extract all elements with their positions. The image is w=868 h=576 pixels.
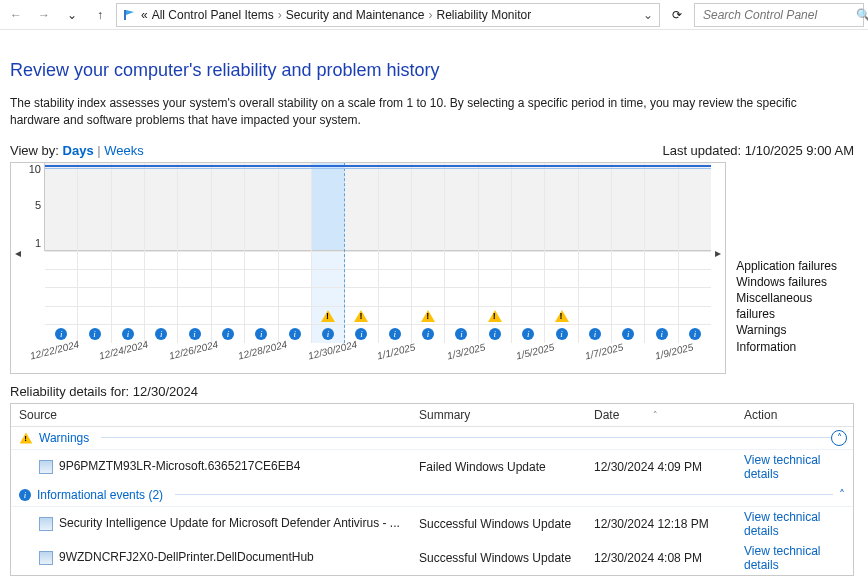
warning-icon [354,310,368,322]
row-misc-failures [679,287,711,305]
chart-day-column[interactable]: i [112,163,145,343]
chart-day-column[interactable]: i [178,163,211,343]
row-app-failures [245,251,277,269]
row-warnings [479,306,511,324]
view-by-weeks[interactable]: Weeks [104,143,144,158]
row-windows-failures [445,269,477,287]
details-title: Reliability details for: 12/30/2024 [10,384,854,399]
row-windows-failures [345,269,377,287]
search-box[interactable]: 🔍 [694,3,864,27]
row-app-failures [412,251,444,269]
chart-day-column[interactable]: i [212,163,245,343]
row-misc-failures [312,287,344,305]
app-icon [39,517,53,531]
view-technical-details-link[interactable]: View technical details [744,544,821,572]
separator: | [97,143,100,158]
col-action[interactable]: Action [744,408,845,422]
search-input[interactable] [701,7,856,23]
row-app-failures [379,251,411,269]
chart-day-column[interactable]: i [245,163,278,343]
search-icon[interactable]: 🔍 [856,8,868,22]
view-technical-details-link[interactable]: View technical details [744,510,821,538]
chart-day-column[interactable]: i [345,163,378,343]
breadcrumb-item[interactable]: All Control Panel Items [152,8,274,22]
sort-asc-icon: ˄ [653,410,658,420]
row-windows-failures [178,269,210,287]
scroll-right-button[interactable]: ▸ [711,163,725,343]
details-panel: Source Summary Date˄ Action ˄ Warnings˄9… [10,403,854,576]
details-row[interactable]: Security Intelligence Update for Microso… [11,507,853,541]
chart-day-column[interactable]: i [145,163,178,343]
breadcrumb-item[interactable]: Security and Maintenance [286,8,425,22]
row-warnings [112,306,144,324]
chart-day-column[interactable]: i [445,163,478,343]
details-row[interactable]: 9WZDNCRFJ2X0-DellPrinter.DellDocumentHub… [11,541,853,575]
view-by: View by: Days | Weeks [10,143,144,158]
row-windows-failures [279,269,311,287]
row-windows-failures [212,269,244,287]
row-windows-failures [245,269,277,287]
legend-item: Warnings [736,322,854,338]
chart-day-column[interactable]: i [679,163,711,343]
warning-icon [488,310,502,322]
row-app-failures [45,251,77,269]
row-date: 12/30/2024 4:08 PM [594,551,744,565]
row-windows-failures [512,269,544,287]
chart-day-column[interactable]: i [412,163,445,343]
chart-day-column[interactable]: i [279,163,312,343]
row-misc-failures [245,287,277,305]
col-summary[interactable]: Summary [419,408,594,422]
back-button[interactable]: ← [4,3,28,27]
chart-day-column[interactable]: i [479,163,512,343]
row-misc-failures [279,287,311,305]
row-windows-failures [312,269,344,287]
breadcrumb[interactable]: « All Control Panel Items › Security and… [116,3,660,27]
group-informational[interactable]: iInformational events (2)˄ [11,484,853,507]
svg-marker-1 [126,10,134,15]
view-technical-details-link[interactable]: View technical details [744,453,821,481]
control-panel-icon [123,8,137,22]
reliability-chart[interactable]: ◂ 10 5 1 iiiiiiiiiiiiiiiiiiii ▸ 12/22/20… [10,162,726,374]
breadcrumb-item[interactable]: Reliability Monitor [437,8,532,22]
forward-button[interactable]: → [32,3,56,27]
row-app-failures [112,251,144,269]
chart-day-column[interactable]: i [545,163,578,343]
row-misc-failures [412,287,444,305]
row-misc-failures [645,287,677,305]
row-app-failures [479,251,511,269]
breadcrumb-history-dropdown[interactable]: ⌄ [643,8,653,22]
legend-item: Windows failures [736,274,854,290]
chart-day-column[interactable]: i [579,163,612,343]
warning-icon [555,310,569,322]
chart-day-column[interactable]: i [645,163,678,343]
row-app-failures [645,251,677,269]
scroll-left-button[interactable]: ◂ [11,163,25,343]
chart-day-column[interactable]: i [612,163,645,343]
chart-day-column[interactable]: i [78,163,111,343]
legend-item: Miscellaneous failures [736,290,854,322]
scroll-up-button[interactable]: ˄ [831,430,847,446]
row-windows-failures [679,269,711,287]
row-app-failures [445,251,477,269]
up-button[interactable]: ↑ [88,3,112,27]
chart-day-column[interactable]: i [379,163,412,343]
group-warnings[interactable]: Warnings˄ [11,427,853,450]
chevron-up-icon[interactable]: ˄ [839,488,845,502]
row-app-failures [212,251,244,269]
recent-locations-dropdown[interactable]: ⌄ [60,3,84,27]
chart-day-column[interactable]: i [312,163,345,343]
refresh-button[interactable]: ⟳ [664,3,690,27]
details-row[interactable]: 9P6PMZTM93LR-Microsoft.6365217CE6EB4Fail… [11,450,853,484]
row-app-failures [178,251,210,269]
row-misc-failures [479,287,511,305]
row-misc-failures [45,287,77,305]
row-windows-failures [479,269,511,287]
col-date[interactable]: Date˄ [594,408,744,422]
chart-day-column[interactable]: i [512,163,545,343]
legend-item: Application failures [736,258,854,274]
col-source[interactable]: Source [19,408,419,422]
chart-day-column[interactable]: i [45,163,78,343]
row-warnings [245,306,277,324]
row-app-failures [312,251,344,269]
view-by-days[interactable]: Days [63,143,94,158]
